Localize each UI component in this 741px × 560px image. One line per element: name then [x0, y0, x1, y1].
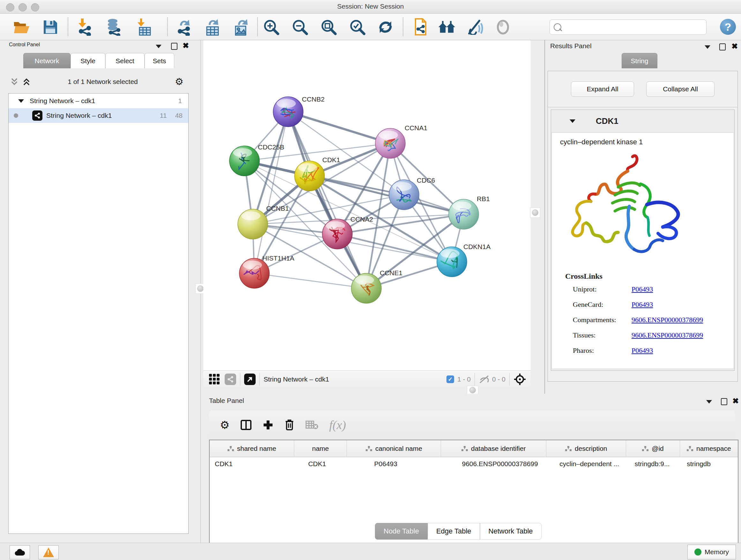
- delete-column-icon[interactable]: [284, 419, 294, 431]
- warnings-button[interactable]: [38, 545, 59, 559]
- function-builder-icon[interactable]: f(x): [329, 418, 346, 432]
- node-section-header[interactable]: CDK1: [551, 110, 734, 132]
- vertical-splitter-handle-right[interactable]: [530, 207, 540, 218]
- help-icon[interactable]: ?: [720, 19, 736, 35]
- horizontal-splitter[interactable]: [203, 387, 531, 394]
- network-canvas[interactable]: CCNB2CCNA1CDC25BCDK1CDC6RB1CCNB1CCNA2CDK…: [203, 40, 531, 370]
- network-node-ccnb1[interactable]: [238, 209, 268, 239]
- network-edge[interactable]: [254, 112, 288, 273]
- network-node-rb1[interactable]: [449, 199, 479, 229]
- open-session-icon[interactable]: [13, 18, 30, 36]
- close-panel-icon[interactable]: ✖: [731, 44, 738, 49]
- column-header-at-id[interactable]: @id: [626, 440, 680, 457]
- collection-expand-icon[interactable]: [18, 99, 24, 103]
- column-header-canonical-name[interactable]: canonical name: [347, 440, 441, 457]
- import-network-file-icon[interactable]: [76, 18, 94, 36]
- tab-select[interactable]: Select: [105, 53, 145, 68]
- crosslink-genecard-link[interactable]: P06493: [631, 300, 653, 309]
- network-node-ccna1[interactable]: [375, 128, 405, 159]
- network-edge[interactable]: [288, 112, 366, 288]
- collapse-panel-icon[interactable]: [156, 45, 161, 48]
- zoom-in-icon[interactable]: [262, 18, 280, 36]
- cloud-button[interactable]: [10, 545, 30, 559]
- network-node-hist1h1a[interactable]: [239, 258, 269, 288]
- cell-canonical-name[interactable]: P06493: [354, 457, 457, 471]
- float-panel-icon[interactable]: [171, 43, 178, 50]
- column-header-database-identifier[interactable]: database identifier: [441, 440, 546, 457]
- preview-eye-icon[interactable]: [494, 18, 512, 36]
- network-node-cdc25b[interactable]: [229, 146, 259, 176]
- network-node-cdc6[interactable]: [389, 180, 419, 210]
- tab-network[interactable]: Network: [23, 53, 71, 68]
- import-table-file-icon[interactable]: [135, 18, 153, 36]
- crosslink-uniprot-link[interactable]: P06493: [631, 285, 653, 294]
- crosslink-pharos-link[interactable]: P06493: [631, 347, 653, 355]
- close-panel-icon[interactable]: ✖: [732, 398, 739, 404]
- cell-at-id[interactable]: stringdb:9...: [630, 457, 682, 471]
- search-input[interactable]: [561, 23, 706, 31]
- hidden-eye-icon[interactable]: [479, 375, 489, 383]
- table-row[interactable]: CDK1 CDK1 P06493 9606.ENSP00000378699 cy…: [210, 457, 738, 471]
- zoom-fit-icon[interactable]: [320, 18, 338, 36]
- export-network-icon[interactable]: [175, 18, 193, 36]
- horizontal-splitter-handle[interactable]: [467, 386, 478, 395]
- export-image-icon[interactable]: [232, 18, 250, 36]
- network-share-icon[interactable]: [225, 374, 236, 385]
- export-table-icon[interactable]: [204, 18, 221, 36]
- cell-description[interactable]: cyclin–dependent ...: [554, 457, 629, 471]
- float-panel-icon[interactable]: [719, 44, 726, 51]
- tab-sets[interactable]: Sets: [145, 53, 174, 68]
- network-collection-row[interactable]: String Network – cdk1 1: [9, 94, 188, 108]
- collapse-all-tree-icon[interactable]: [22, 78, 30, 86]
- hide-glasses-icon[interactable]: [467, 18, 484, 36]
- show-columns-icon[interactable]: [240, 419, 252, 431]
- network-node-cdk1[interactable]: [294, 161, 325, 191]
- share-document-icon[interactable]: [411, 18, 429, 36]
- close-panel-icon[interactable]: ✖: [183, 43, 189, 49]
- refresh-view-icon[interactable]: [377, 18, 394, 36]
- float-panel-icon[interactable]: [721, 398, 727, 405]
- open-in-new-window-icon[interactable]: [244, 374, 256, 385]
- crosslink-compartments-link[interactable]: 9606.ENSP00000378699: [631, 316, 703, 324]
- tab-network-table[interactable]: Network Table: [480, 523, 542, 540]
- create-column-icon[interactable]: [263, 420, 273, 430]
- tab-node-table[interactable]: Node Table: [375, 523, 428, 540]
- network-node-ccnb2[interactable]: [273, 97, 303, 127]
- expand-all-button[interactable]: Expand All: [571, 81, 634, 97]
- network-node-ccna2[interactable]: [322, 219, 352, 249]
- zoom-out-icon[interactable]: [291, 18, 309, 36]
- table-settings-gear-icon[interactable]: ⚙: [220, 419, 229, 431]
- column-header-name[interactable]: name: [294, 440, 347, 457]
- network-row-selected[interactable]: String Network – cdk1 11 48: [9, 108, 188, 123]
- crosslink-tissues-link[interactable]: 9606.ENSP00000378699: [631, 331, 703, 339]
- network-edge[interactable]: [288, 112, 390, 143]
- collapse-panel-icon[interactable]: [706, 400, 712, 403]
- network-edge[interactable]: [254, 273, 366, 288]
- network-node-ccne1[interactable]: [351, 273, 381, 303]
- cell-shared-name[interactable]: CDK1: [210, 457, 289, 471]
- tab-edge-table[interactable]: Edge Table: [428, 523, 480, 540]
- tab-string[interactable]: String: [622, 53, 657, 68]
- selected-checkbox-icon[interactable]: ✓: [447, 375, 454, 383]
- collapse-all-button[interactable]: Collapse All: [646, 81, 715, 97]
- tab-style[interactable]: Style: [71, 53, 105, 68]
- fit-selected-crosshair-icon[interactable]: [514, 373, 526, 386]
- home-icon[interactable]: [438, 18, 456, 36]
- expand-all-tree-icon[interactable]: [10, 78, 18, 86]
- save-session-icon[interactable]: [42, 18, 59, 36]
- zoom-selected-icon[interactable]: [348, 18, 366, 36]
- section-collapse-icon[interactable]: [569, 119, 576, 123]
- cell-name[interactable]: CDK1: [289, 457, 354, 471]
- network-list-gear-icon[interactable]: ⚙: [175, 77, 184, 86]
- cell-database-identifier[interactable]: 9606.ENSP00000378699: [457, 457, 555, 471]
- birds-eye-grid-icon[interactable]: [209, 374, 219, 384]
- network-node-cdkn1a[interactable]: [437, 247, 467, 277]
- column-header-namespace[interactable]: namespace: [680, 440, 738, 457]
- collapse-panel-icon[interactable]: [704, 45, 711, 49]
- column-header-shared-name[interactable]: shared name: [210, 440, 294, 457]
- delete-table-icon[interactable]: [306, 420, 318, 430]
- import-network-database-icon[interactable]: [105, 18, 123, 36]
- column-header-description[interactable]: description: [546, 440, 626, 457]
- cell-namespace[interactable]: stringdb: [682, 457, 738, 471]
- memory-button[interactable]: Memory: [687, 545, 736, 559]
